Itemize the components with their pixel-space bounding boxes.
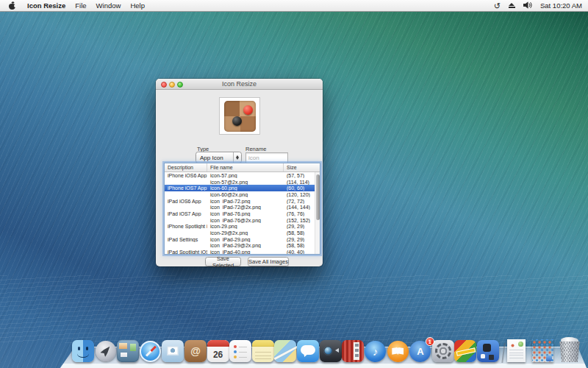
dock-item-colorful-arrows-app[interactable]	[454, 340, 476, 362]
minimize-button[interactable]	[169, 82, 175, 88]
notification-badge: 1	[426, 337, 434, 346]
table-row[interactable]: icon-57@2x.png(114, 114)	[165, 179, 315, 185]
column-header-size[interactable]: Size	[284, 163, 320, 171]
rename-input[interactable]	[245, 152, 288, 163]
volume-icon[interactable]	[523, 1, 532, 10]
table-row[interactable]: icon_iPad-29@2x.png(58, 58)	[165, 243, 315, 250]
type-dropdown[interactable]: App Icon	[196, 152, 242, 163]
dock-item-finder[interactable]	[72, 340, 94, 362]
dock-item-mail[interactable]	[162, 340, 184, 362]
table-row[interactable]: iPhone iOS6 Appicon-57.png(57, 57)	[165, 172, 315, 179]
desktop: Icon Resize File Window Help ↺ Sat 10:20…	[0, 0, 588, 368]
table-row[interactable]: iPhone Spotlight i...icon-29.png(29, 29)	[165, 224, 315, 230]
dock-item-downloads-stack[interactable]	[532, 339, 553, 362]
table-body: iPhone iOS6 Appicon-57.png(57, 57) icon-…	[165, 172, 315, 254]
type-dropdown-value: App Icon	[196, 155, 233, 161]
table-row[interactable]: iPad Spotlight iOS 7icon_iPad-40.png(40,…	[165, 249, 315, 254]
checkers-board-icon	[224, 101, 256, 132]
dock-item-app-store[interactable]: A1	[409, 340, 431, 362]
table-scrollbar[interactable]	[315, 172, 320, 254]
icon-resize-window: Icon Resize Type App Icon Rename Descrip…	[156, 79, 323, 266]
dock-item-notes[interactable]	[252, 340, 274, 362]
dock-item-launchpad[interactable]	[95, 340, 117, 362]
column-header-description[interactable]: Description	[165, 163, 207, 171]
dock-item-photo-booth[interactable]	[342, 340, 364, 362]
file-table: Description File name Size iPhone iOS6 A…	[164, 163, 320, 255]
zoom-button[interactable]	[177, 82, 183, 88]
close-button[interactable]	[161, 82, 167, 88]
dock-item-messages[interactable]	[297, 340, 319, 362]
window-title-bar[interactable]: Icon Resize	[156, 79, 323, 90]
dock-item-contacts[interactable]: @	[184, 340, 207, 362]
dock-item-itunes[interactable]: ♪	[365, 340, 387, 362]
eject-icon[interactable]	[509, 3, 515, 8]
app-store-a-glyph: A	[417, 346, 423, 357]
menu-clock[interactable]: Sat 10:20 AM	[540, 1, 582, 10]
table-row-selected[interactable]: iPhone iOS7 Appicon-60.png(60, 60)	[165, 185, 315, 191]
black-checker-piece	[232, 116, 242, 126]
dock-item-calendar[interactable]: 26	[207, 340, 229, 362]
table-row[interactable]: icon_iPad-72@2x.png(144, 144)	[165, 204, 315, 210]
dock-item-facetime-camera[interactable]	[320, 340, 342, 362]
menu-file[interactable]: File	[75, 1, 86, 10]
dock-item-icon-resize-app[interactable]	[477, 340, 499, 362]
table-row[interactable]: icon_iPad-76@2x.png(152, 152)	[165, 217, 315, 224]
calendar-day: 26	[213, 348, 223, 362]
red-checker-piece	[243, 105, 253, 115]
dock-item-maps[interactable]	[274, 340, 296, 362]
save-all-images-button[interactable]: Save All Images	[248, 257, 289, 266]
table-row[interactable]: icon-60@2x.png(120, 120)	[165, 191, 315, 198]
dropdown-arrows-icon	[233, 152, 241, 163]
time-machine-icon[interactable]: ↺	[494, 2, 501, 10]
scrollbar-thumb[interactable]	[316, 174, 320, 220]
table-row[interactable]: iPad iOS7 Appicon_iPad-76.png(76, 76)	[165, 210, 315, 217]
menu-app-name[interactable]: Icon Resize	[27, 1, 65, 10]
trash-can-icon	[559, 342, 581, 362]
dock-item-trash[interactable]	[557, 338, 582, 362]
menu-help[interactable]: Help	[130, 1, 145, 10]
apple-menu-icon[interactable]	[9, 2, 15, 10]
dock-item-ibooks[interactable]	[387, 340, 409, 362]
dock-item-system-preferences[interactable]	[432, 340, 454, 362]
column-header-filename[interactable]: File name	[207, 163, 284, 171]
menu-window[interactable]: Window	[96, 1, 121, 10]
icon-preview-well	[219, 97, 260, 135]
dock-item-documents-stack[interactable]	[507, 339, 526, 362]
at-sign-glyph: @	[190, 345, 201, 357]
rename-label: Rename	[245, 146, 266, 152]
table-row[interactable]: iPad Settingsicon_iPad-29.png(29, 29)	[165, 236, 315, 243]
table-row[interactable]: iPad iOS6 Appicon_iPad-72.png(72, 72)	[165, 198, 315, 205]
dock-item-safari[interactable]	[140, 340, 162, 362]
dock-item-mission-control[interactable]	[117, 340, 139, 362]
menu-bar: Icon Resize File Window Help ↺ Sat 10:20…	[0, 0, 588, 12]
table-header: Description File name Size	[165, 163, 320, 172]
dock-item-reminders[interactable]	[229, 340, 251, 362]
music-note-icon: ♪	[373, 345, 379, 358]
save-selected-button[interactable]: Save Selected	[205, 257, 241, 266]
dock: @ 26 ♪ A1	[0, 330, 588, 368]
table-row[interactable]: icon-29@2x.png(58, 58)	[165, 230, 315, 236]
